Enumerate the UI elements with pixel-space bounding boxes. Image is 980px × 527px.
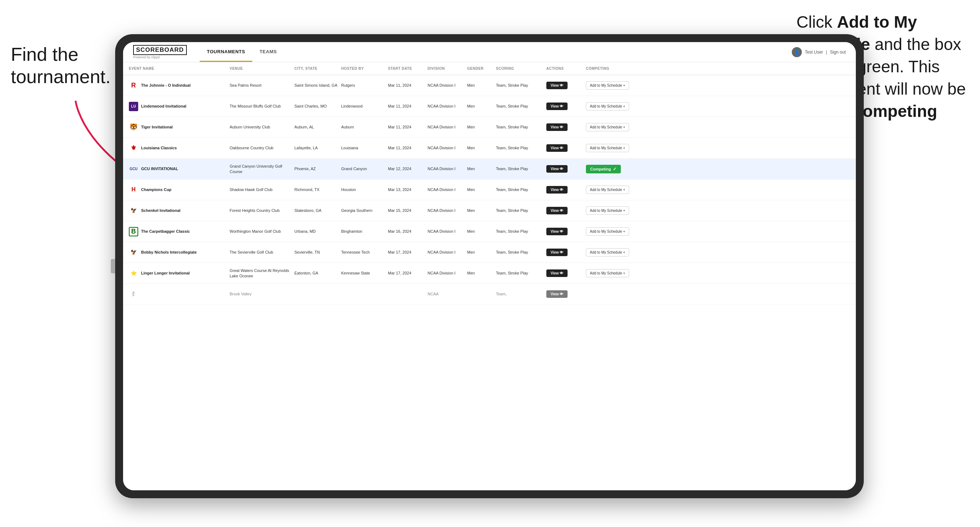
cell-event: 🏌 [129,288,230,300]
add-to-schedule-button[interactable]: Add to My Schedule + [586,123,629,131]
user-label: Test User [805,50,823,55]
cell-division: NCAA Division I [428,227,467,235]
competing-button[interactable]: Competing ✓ [586,165,621,173]
cell-city: Phoenix, AZ [294,165,341,173]
cell-gender: Men [467,123,496,131]
top-bar-right: 👤 Test User | Sign out [792,47,846,57]
view-button[interactable]: View 👁 [546,144,568,152]
cell-gender [467,293,496,296]
cell-event: ⭐ Linger Longer Invitational [129,267,230,279]
view-button[interactable]: View 👁 [546,124,568,131]
table-row: LU Lindenwood Invitational The Missouri … [123,96,856,117]
view-button[interactable]: View 👁 [546,207,568,214]
cell-venue: Sea Palms Resort [230,81,294,89]
cell-scoring: Team, Stroke Play [496,186,546,194]
cell-hosted: Georgia Southern [341,206,388,214]
cell-competing: Add to My Schedule + [586,226,658,237]
cell-competing: Add to My Schedule + [586,205,658,216]
view-button[interactable]: View 👁 [546,270,568,277]
team-logo: 🦅 [129,206,138,216]
cell-gender: Men [467,102,496,110]
table-row: B The Carpetbagger Classic Worthington M… [123,221,856,242]
tournaments-table: EVENT NAME VENUE CITY, STATE HOSTED BY S… [123,62,856,490]
cell-hosted: Grand Canyon [341,165,388,173]
table-body: R The Johnnie - O Individual Sea Palms R… [123,75,856,305]
cell-division: NCAA Division I [428,81,467,89]
nav-tab-tournaments[interactable]: TOURNAMENTS [200,42,252,62]
col-header-gender: GENDER [467,67,496,70]
cell-venue: The Missouri Bluffs Golf Club [230,102,294,110]
cell-venue: The Sevierville Golf Club [230,248,294,256]
cell-actions: View 👁 [546,289,586,299]
col-header-scoring: SCORING [496,67,546,70]
view-button[interactable]: View 👁 [546,165,568,173]
view-button[interactable]: View 👁 [546,103,568,110]
add-to-schedule-button[interactable]: Add to My Schedule + [586,186,629,194]
cell-scoring: Team, Stroke Play [496,165,546,173]
add-to-schedule-button[interactable]: Add to My Schedule + [586,248,629,257]
cell-division: NCAA [428,290,467,298]
cell-city: Saint Simons Island, GA [294,81,341,89]
cell-date: Mar 13, 2024 [388,186,428,194]
cell-city: Sevierville, TN [294,248,341,256]
cell-gender: Men [467,248,496,256]
cell-actions: View 👁 [546,268,586,278]
user-icon: 👤 [792,47,802,57]
cell-hosted: Houston [341,186,388,194]
cell-hosted: Binghamton [341,227,388,235]
cell-venue: Grand Canyon University Golf Course [230,162,294,176]
cell-scoring: Team, Stroke Play [496,123,546,131]
view-button[interactable]: View 👁 [546,82,568,89]
event-name: Bobby Nichols Intercollegiate [141,250,197,255]
col-header-competing: COMPETING [586,67,658,70]
view-button[interactable]: View 👁 [546,249,568,256]
col-header-venue: VENUE [230,67,294,70]
cell-scoring: Team, [496,290,546,298]
view-button[interactable]: View 👁 [546,290,568,298]
team-logo: 🐯 [129,123,138,132]
cell-city: Richmond, TX [294,186,341,194]
logo-area: SCOREBOARD Powered by clippd [133,45,187,59]
team-logo: R [129,81,138,90]
add-to-schedule-button[interactable]: Add to My Schedule + [586,144,629,152]
cell-venue: Shadow Hawk Golf Club [230,186,294,194]
cell-city: Saint Charles, MO [294,102,341,110]
cell-city [294,293,341,296]
col-header-actions: ACTIONS [546,67,586,70]
cell-scoring: Team, Stroke Play [496,102,546,110]
add-to-schedule-button[interactable]: Add to My Schedule + [586,206,629,215]
col-header-hosted: HOSTED BY [341,67,388,70]
tablet-frame: SCOREBOARD Powered by clippd TOURNAMENTS… [115,34,864,498]
add-to-schedule-button[interactable]: Add to My Schedule + [586,269,629,277]
cell-competing: Add to My Schedule + [586,247,658,258]
cell-event: ⚜ Louisiana Classics [129,142,230,154]
table-row: R The Johnnie - O Individual Sea Palms R… [123,75,856,96]
cell-date: Mar 11, 2024 [388,81,428,89]
col-header-city: CITY, STATE [294,67,341,70]
cell-hosted: Louisiana [341,144,388,152]
add-to-schedule-button[interactable]: Add to My Schedule + [586,81,629,90]
cell-date [388,293,428,296]
team-logo: B [129,227,138,237]
add-to-schedule-button[interactable]: Add to My Schedule + [586,102,629,110]
cell-city: Urbana, MD [294,227,341,235]
cell-actions: View 👁 [546,122,586,132]
top-bar: SCOREBOARD Powered by clippd TOURNAMENTS… [123,42,856,62]
table-row: 🦅 Schenkel Invitational Forest Heights C… [123,200,856,221]
event-name: The Johnnie - O Individual [141,83,191,88]
app-logo-sub: Powered by clippd [133,56,187,59]
team-logo: GCU [129,164,138,174]
col-header-date: START DATE [388,67,428,70]
cell-gender: Men [467,206,496,214]
view-button[interactable]: View 👁 [546,186,568,194]
cell-date: Mar 15, 2024 [388,206,428,214]
view-button[interactable]: View 👁 [546,228,568,235]
cell-city: Auburn, AL [294,123,341,131]
side-tab [111,259,115,273]
nav-tab-teams[interactable]: TEAMS [252,42,284,62]
signout-link[interactable]: Sign out [830,50,846,55]
add-to-schedule-button[interactable]: Add to My Schedule + [586,227,629,236]
cell-division: NCAA Division I [428,186,467,194]
team-logo: LU [129,102,138,111]
cell-actions: View 👁 [546,80,586,90]
